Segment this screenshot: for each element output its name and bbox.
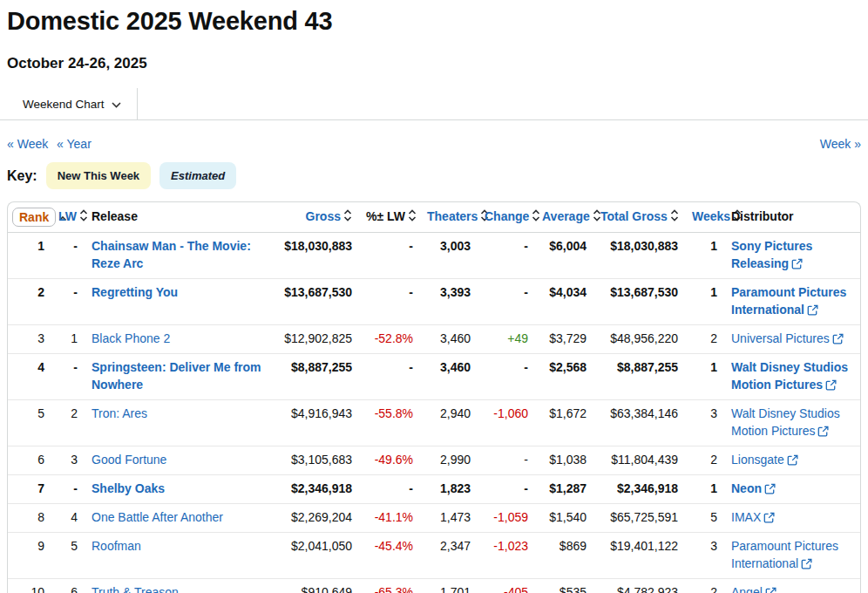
dist-cell: Lionsgate xyxy=(724,446,860,475)
weeks-cell: 1 xyxy=(685,354,724,400)
weekend-chart-dropdown-label: Weekend Chart xyxy=(23,98,105,111)
pct-cell: -41.1% xyxy=(359,504,420,533)
release-link[interactable]: Chainsaw Man - The Movie: Reze Arc xyxy=(92,239,251,270)
distributor-link[interactable]: Paramount Pictures International xyxy=(731,285,846,317)
weeks-cell: 2 xyxy=(685,446,724,475)
gross-cell: $8,887,255 xyxy=(272,354,359,400)
change-cell: - xyxy=(478,233,535,279)
table-row: 1-Chainsaw Man - The Movie: Reze Arc$18,… xyxy=(8,233,860,279)
dist-cell: Walt Disney Studios Motion Pictures xyxy=(724,354,860,400)
avg-cell: $4,034 xyxy=(535,279,593,325)
col-pct-header[interactable]: %± LW xyxy=(359,202,420,233)
pct-cell: -65.3% xyxy=(359,579,420,593)
weeks-cell: 1 xyxy=(685,233,724,279)
total-cell: $13,687,530 xyxy=(593,279,685,325)
change-cell: -405 xyxy=(478,579,535,593)
theaters-cell: 1,473 xyxy=(420,504,478,533)
release-link[interactable]: Roofman xyxy=(92,539,141,553)
rank-cell: 4 xyxy=(8,354,51,400)
total-cell: $11,804,439 xyxy=(593,446,685,475)
avg-cell: $1,540 xyxy=(535,504,593,533)
table-row: 7-Shelby Oaks$2,346,918-1,823-$1,287$2,3… xyxy=(8,475,860,504)
col-weeks-header[interactable]: Weeks xyxy=(685,202,724,233)
gross-cell: $18,030,883 xyxy=(272,233,359,279)
prev-week-link[interactable]: « Week xyxy=(7,137,48,151)
gross-cell: $2,269,204 xyxy=(272,504,359,533)
distributor-link[interactable]: Sony Pictures Releasing xyxy=(731,239,812,270)
table-header-row: RankLWReleaseGross%± LWTheatersChangeAve… xyxy=(8,202,860,233)
chevron-down-icon xyxy=(112,98,121,111)
external-link-icon xyxy=(765,587,776,593)
table-row: 95Roofman$2,041,050-45.4%2,347-1,023$869… xyxy=(8,533,860,579)
col-dist-label: Distributor xyxy=(731,209,794,223)
lw-cell: 6 xyxy=(51,579,85,593)
weeks-cell: 1 xyxy=(685,279,724,325)
table-row: 52Tron: Ares$4,916,943-55.8%2,940-1,060$… xyxy=(8,400,860,446)
table-row: 63Good Fortune$3,105,683-49.6%2,990-$1,0… xyxy=(8,446,860,475)
col-total-header[interactable]: Total Gross xyxy=(593,202,685,233)
pct-cell: - xyxy=(359,475,420,504)
col-avg-header[interactable]: Average xyxy=(535,202,593,233)
release-link[interactable]: Shelby Oaks xyxy=(92,481,165,495)
total-cell: $63,384,146 xyxy=(593,400,685,446)
pct-cell: - xyxy=(359,233,420,279)
distributor-link[interactable]: Paramount Pictures International xyxy=(731,539,838,570)
pct-cell: -52.8% xyxy=(359,325,420,354)
release-cell: Tron: Ares xyxy=(85,400,272,446)
gross-cell: $12,902,825 xyxy=(272,325,359,354)
dist-cell: Walt Disney Studios Motion Pictures xyxy=(724,400,860,446)
col-change-label: Change xyxy=(485,209,529,223)
release-link[interactable]: Tron: Ares xyxy=(92,406,147,420)
col-lw-label: LW xyxy=(58,209,77,223)
col-change-header[interactable]: Change xyxy=(478,202,535,233)
table-row: 31Black Phone 2$12,902,825-52.8%3,460+49… xyxy=(8,325,860,354)
col-dist-header: Distributor xyxy=(724,202,860,233)
avg-cell: $6,004 xyxy=(535,233,593,279)
release-link[interactable]: Good Fortune xyxy=(92,453,166,467)
change-cell: - xyxy=(478,279,535,325)
table-row: 106Truth & Treason$910,649-65.3%1,701-40… xyxy=(8,579,860,593)
col-gross-header[interactable]: Gross xyxy=(272,202,359,233)
release-link[interactable]: Truth & Treason xyxy=(92,585,179,593)
external-link-icon xyxy=(807,304,818,318)
release-link[interactable]: Springsteen: Deliver Me from Nowhere xyxy=(92,360,261,392)
distributor-link[interactable]: Neon xyxy=(731,481,776,495)
lw-cell: 2 xyxy=(51,400,85,446)
avg-cell: $535 xyxy=(535,579,593,593)
weekend-chart-dropdown[interactable]: Weekend Chart xyxy=(7,88,138,119)
theaters-cell: 3,460 xyxy=(420,354,478,400)
total-cell: $19,401,122 xyxy=(593,533,685,579)
gross-cell: $13,687,530 xyxy=(272,279,359,325)
change-cell: - xyxy=(478,354,535,400)
change-cell: +49 xyxy=(478,325,535,354)
col-theaters-header[interactable]: Theaters xyxy=(420,202,478,233)
lw-cell: - xyxy=(51,354,85,400)
release-link[interactable]: One Battle After Another xyxy=(92,510,223,524)
next-week-link[interactable]: Week » xyxy=(820,137,861,151)
pct-cell: - xyxy=(359,354,420,400)
distributor-link[interactable]: IMAX xyxy=(731,510,775,524)
pct-cell: -49.6% xyxy=(359,446,420,475)
rank-cell: 8 xyxy=(8,504,51,533)
external-link-icon xyxy=(817,426,829,440)
external-link-icon xyxy=(791,258,803,272)
release-cell: Truth & Treason xyxy=(85,579,272,593)
col-rank-header[interactable]: Rank xyxy=(8,202,51,233)
release-link[interactable]: Black Phone 2 xyxy=(92,331,170,345)
avg-cell: $1,038 xyxy=(535,446,593,475)
release-cell: Good Fortune xyxy=(85,446,272,475)
distributor-link[interactable]: Universal Pictures xyxy=(731,331,844,345)
prev-year-link[interactable]: « Year xyxy=(57,137,92,151)
avg-cell: $1,672 xyxy=(535,400,593,446)
distributor-link[interactable]: Lionsgate xyxy=(731,453,798,467)
distributor-link[interactable]: Angel xyxy=(731,585,776,593)
pct-cell: - xyxy=(359,279,420,325)
total-cell: $8,887,255 xyxy=(593,354,685,400)
release-cell: Roofman xyxy=(85,533,272,579)
gross-cell: $2,346,918 xyxy=(272,475,359,504)
release-link[interactable]: Regretting You xyxy=(92,285,178,299)
theaters-cell: 3,393 xyxy=(420,279,478,325)
distributor-link[interactable]: Walt Disney Studios Motion Pictures xyxy=(731,406,840,438)
distributor-link[interactable]: Walt Disney Studios Motion Pictures xyxy=(731,360,848,392)
release-cell: Chainsaw Man - The Movie: Reze Arc xyxy=(85,233,272,279)
